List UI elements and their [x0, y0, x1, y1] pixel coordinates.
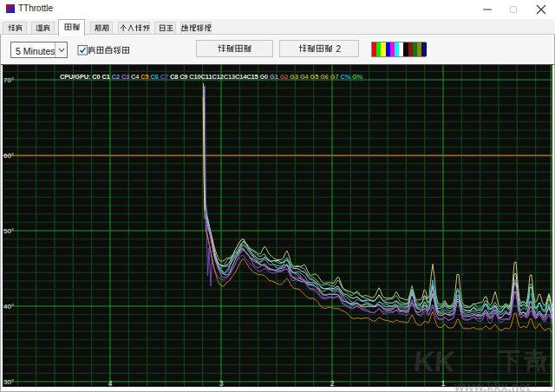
svg-text:30°: 30°	[3, 378, 14, 386]
svg-text:2: 2	[336, 43, 341, 54]
svg-text:www.kkx.net: www.kkx.net	[454, 380, 530, 387]
svg-text:4: 4	[108, 379, 113, 388]
svg-text:40°: 40°	[3, 303, 14, 310]
svg-text:CPU/GPU: C0 C1 C2 C3 C4 C5 C6: CPU/GPU: C0 C1 C2 C3 C4 C5 C6 C7 C8 C9 C…	[60, 73, 363, 81]
svg-text:70°: 70°	[3, 76, 14, 84]
svg-text:50°: 50°	[3, 227, 14, 235]
svg-text:1: 1	[441, 379, 446, 388]
svg-text:www.kkx.net: www.kkx.net	[454, 387, 530, 392]
svg-text:60°: 60°	[3, 152, 14, 160]
svg-text:3: 3	[219, 379, 224, 388]
svg-text:2: 2	[330, 379, 335, 388]
svg-text:KK: KK	[412, 345, 457, 377]
